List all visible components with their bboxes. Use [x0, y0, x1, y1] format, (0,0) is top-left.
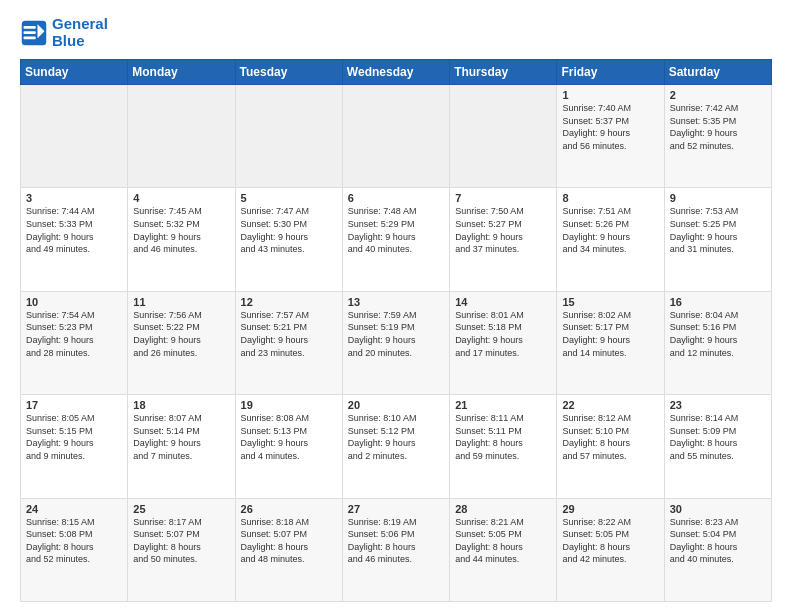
day-cell: 21Sunrise: 8:11 AM Sunset: 5:11 PM Dayli… — [450, 395, 557, 498]
day-number: 4 — [133, 192, 229, 204]
day-info: Sunrise: 8:15 AM Sunset: 5:08 PM Dayligh… — [26, 516, 122, 566]
day-cell: 22Sunrise: 8:12 AM Sunset: 5:10 PM Dayli… — [557, 395, 664, 498]
day-number: 11 — [133, 296, 229, 308]
day-number: 14 — [455, 296, 551, 308]
day-info: Sunrise: 8:23 AM Sunset: 5:04 PM Dayligh… — [670, 516, 766, 566]
day-header-tuesday: Tuesday — [235, 60, 342, 85]
page: General Blue SundayMondayTuesdayWednesda… — [0, 0, 792, 612]
day-cell: 4Sunrise: 7:45 AM Sunset: 5:32 PM Daylig… — [128, 188, 235, 291]
day-cell: 14Sunrise: 8:01 AM Sunset: 5:18 PM Dayli… — [450, 291, 557, 394]
day-info: Sunrise: 8:12 AM Sunset: 5:10 PM Dayligh… — [562, 412, 658, 462]
day-info: Sunrise: 7:50 AM Sunset: 5:27 PM Dayligh… — [455, 205, 551, 255]
day-cell: 18Sunrise: 8:07 AM Sunset: 5:14 PM Dayli… — [128, 395, 235, 498]
day-number: 30 — [670, 503, 766, 515]
day-cell — [128, 85, 235, 188]
day-number: 29 — [562, 503, 658, 515]
day-cell — [342, 85, 449, 188]
week-row-5: 24Sunrise: 8:15 AM Sunset: 5:08 PM Dayli… — [21, 498, 772, 601]
day-cell: 20Sunrise: 8:10 AM Sunset: 5:12 PM Dayli… — [342, 395, 449, 498]
day-cell: 13Sunrise: 7:59 AM Sunset: 5:19 PM Dayli… — [342, 291, 449, 394]
day-cell: 10Sunrise: 7:54 AM Sunset: 5:23 PM Dayli… — [21, 291, 128, 394]
day-cell: 1Sunrise: 7:40 AM Sunset: 5:37 PM Daylig… — [557, 85, 664, 188]
day-number: 28 — [455, 503, 551, 515]
day-cell: 27Sunrise: 8:19 AM Sunset: 5:06 PM Dayli… — [342, 498, 449, 601]
logo-text: General Blue — [52, 16, 108, 49]
day-cell: 9Sunrise: 7:53 AM Sunset: 5:25 PM Daylig… — [664, 188, 771, 291]
calendar: SundayMondayTuesdayWednesdayThursdayFrid… — [20, 59, 772, 602]
day-number: 15 — [562, 296, 658, 308]
day-cell: 16Sunrise: 8:04 AM Sunset: 5:16 PM Dayli… — [664, 291, 771, 394]
day-info: Sunrise: 7:42 AM Sunset: 5:35 PM Dayligh… — [670, 102, 766, 152]
day-cell: 11Sunrise: 7:56 AM Sunset: 5:22 PM Dayli… — [128, 291, 235, 394]
day-cell: 28Sunrise: 8:21 AM Sunset: 5:05 PM Dayli… — [450, 498, 557, 601]
svg-rect-3 — [24, 31, 36, 34]
day-number: 13 — [348, 296, 444, 308]
day-number: 16 — [670, 296, 766, 308]
day-cell: 5Sunrise: 7:47 AM Sunset: 5:30 PM Daylig… — [235, 188, 342, 291]
day-number: 5 — [241, 192, 337, 204]
day-info: Sunrise: 7:40 AM Sunset: 5:37 PM Dayligh… — [562, 102, 658, 152]
day-info: Sunrise: 7:51 AM Sunset: 5:26 PM Dayligh… — [562, 205, 658, 255]
day-info: Sunrise: 8:22 AM Sunset: 5:05 PM Dayligh… — [562, 516, 658, 566]
day-info: Sunrise: 8:02 AM Sunset: 5:17 PM Dayligh… — [562, 309, 658, 359]
week-row-4: 17Sunrise: 8:05 AM Sunset: 5:15 PM Dayli… — [21, 395, 772, 498]
day-number: 3 — [26, 192, 122, 204]
day-cell: 25Sunrise: 8:17 AM Sunset: 5:07 PM Dayli… — [128, 498, 235, 601]
week-row-1: 1Sunrise: 7:40 AM Sunset: 5:37 PM Daylig… — [21, 85, 772, 188]
day-number: 12 — [241, 296, 337, 308]
day-cell: 23Sunrise: 8:14 AM Sunset: 5:09 PM Dayli… — [664, 395, 771, 498]
day-number: 19 — [241, 399, 337, 411]
header-row: SundayMondayTuesdayWednesdayThursdayFrid… — [21, 60, 772, 85]
day-number: 8 — [562, 192, 658, 204]
day-info: Sunrise: 8:04 AM Sunset: 5:16 PM Dayligh… — [670, 309, 766, 359]
day-number: 1 — [562, 89, 658, 101]
day-number: 23 — [670, 399, 766, 411]
day-info: Sunrise: 7:48 AM Sunset: 5:29 PM Dayligh… — [348, 205, 444, 255]
week-row-2: 3Sunrise: 7:44 AM Sunset: 5:33 PM Daylig… — [21, 188, 772, 291]
svg-rect-2 — [24, 26, 36, 29]
calendar-body: 1Sunrise: 7:40 AM Sunset: 5:37 PM Daylig… — [21, 85, 772, 602]
day-info: Sunrise: 8:14 AM Sunset: 5:09 PM Dayligh… — [670, 412, 766, 462]
day-cell — [21, 85, 128, 188]
day-info: Sunrise: 7:53 AM Sunset: 5:25 PM Dayligh… — [670, 205, 766, 255]
day-number: 27 — [348, 503, 444, 515]
day-number: 24 — [26, 503, 122, 515]
day-number: 17 — [26, 399, 122, 411]
day-cell: 19Sunrise: 8:08 AM Sunset: 5:13 PM Dayli… — [235, 395, 342, 498]
day-header-friday: Friday — [557, 60, 664, 85]
day-number: 6 — [348, 192, 444, 204]
calendar-header: SundayMondayTuesdayWednesdayThursdayFrid… — [21, 60, 772, 85]
day-cell — [235, 85, 342, 188]
day-number: 22 — [562, 399, 658, 411]
day-header-saturday: Saturday — [664, 60, 771, 85]
day-cell: 12Sunrise: 7:57 AM Sunset: 5:21 PM Dayli… — [235, 291, 342, 394]
day-info: Sunrise: 7:45 AM Sunset: 5:32 PM Dayligh… — [133, 205, 229, 255]
day-number: 26 — [241, 503, 337, 515]
day-info: Sunrise: 7:59 AM Sunset: 5:19 PM Dayligh… — [348, 309, 444, 359]
day-cell — [450, 85, 557, 188]
day-number: 7 — [455, 192, 551, 204]
day-info: Sunrise: 8:17 AM Sunset: 5:07 PM Dayligh… — [133, 516, 229, 566]
day-info: Sunrise: 8:07 AM Sunset: 5:14 PM Dayligh… — [133, 412, 229, 462]
day-number: 21 — [455, 399, 551, 411]
day-header-monday: Monday — [128, 60, 235, 85]
day-number: 2 — [670, 89, 766, 101]
day-info: Sunrise: 8:18 AM Sunset: 5:07 PM Dayligh… — [241, 516, 337, 566]
day-info: Sunrise: 8:05 AM Sunset: 5:15 PM Dayligh… — [26, 412, 122, 462]
day-cell: 29Sunrise: 8:22 AM Sunset: 5:05 PM Dayli… — [557, 498, 664, 601]
logo: General Blue — [20, 16, 108, 49]
logo-icon — [20, 19, 48, 47]
day-cell: 2Sunrise: 7:42 AM Sunset: 5:35 PM Daylig… — [664, 85, 771, 188]
day-number: 25 — [133, 503, 229, 515]
day-info: Sunrise: 7:57 AM Sunset: 5:21 PM Dayligh… — [241, 309, 337, 359]
day-cell: 3Sunrise: 7:44 AM Sunset: 5:33 PM Daylig… — [21, 188, 128, 291]
day-info: Sunrise: 8:01 AM Sunset: 5:18 PM Dayligh… — [455, 309, 551, 359]
day-header-sunday: Sunday — [21, 60, 128, 85]
day-cell: 7Sunrise: 7:50 AM Sunset: 5:27 PM Daylig… — [450, 188, 557, 291]
day-number: 10 — [26, 296, 122, 308]
day-cell: 17Sunrise: 8:05 AM Sunset: 5:15 PM Dayli… — [21, 395, 128, 498]
day-cell: 6Sunrise: 7:48 AM Sunset: 5:29 PM Daylig… — [342, 188, 449, 291]
day-header-thursday: Thursday — [450, 60, 557, 85]
day-info: Sunrise: 8:10 AM Sunset: 5:12 PM Dayligh… — [348, 412, 444, 462]
day-cell: 30Sunrise: 8:23 AM Sunset: 5:04 PM Dayli… — [664, 498, 771, 601]
